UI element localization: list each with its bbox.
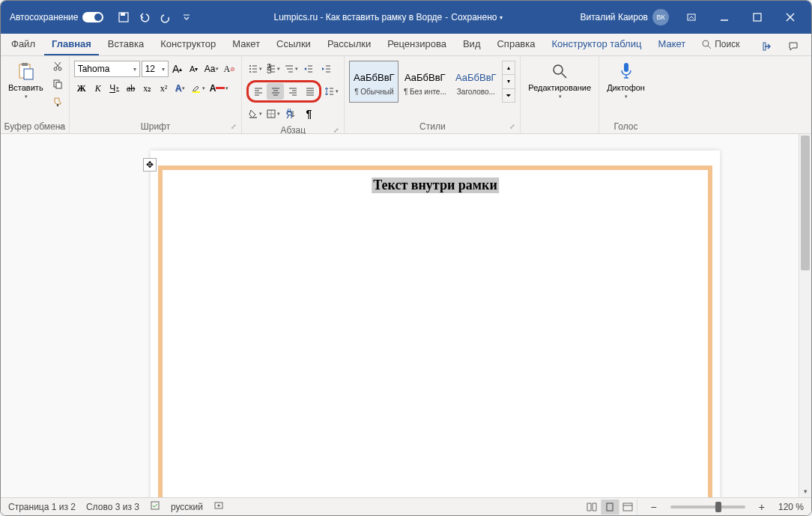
style-heading1[interactable]: АаБбВвГЗаголово... — [451, 61, 500, 103]
search-label: Поиск — [715, 39, 739, 49]
style-no-spacing[interactable]: АаБбВвГ¶ Без инте... — [400, 61, 449, 103]
undo-button[interactable] — [135, 7, 154, 27]
account-button[interactable]: Виталий Каиров ВК — [580, 9, 669, 25]
tab-file[interactable]: Файл — [4, 34, 43, 55]
print-layout-button[interactable] — [602, 500, 619, 515]
search-icon — [702, 40, 712, 49]
tab-design[interactable]: Конструктор — [153, 34, 223, 55]
font-size-combo[interactable]: 12▾ — [142, 61, 169, 77]
editing-button[interactable]: Редактирование ▾ — [524, 58, 596, 103]
scroll-down-icon[interactable]: ▾ — [503, 75, 515, 88]
bold-button[interactable]: Ж — [74, 80, 89, 97]
zoom-level[interactable]: 120 % — [778, 502, 804, 512]
strike-button[interactable]: ab — [124, 80, 139, 97]
align-left-button[interactable] — [249, 83, 267, 100]
tab-insert[interactable]: Вставка — [100, 34, 151, 55]
table-frame[interactable]: Текст внутри рамки — [158, 166, 712, 497]
font-color-button[interactable]: A▾ — [208, 80, 231, 97]
autosave-toggle[interactable]: Автосохранение — [5, 12, 108, 22]
dialog-launcher[interactable]: ⤢ — [231, 123, 237, 130]
zoom-slider[interactable] — [670, 506, 745, 509]
tab-references[interactable]: Ссылки — [269, 34, 318, 55]
share-button[interactable] — [757, 37, 778, 55]
dialog-launcher[interactable]: ⤢ — [509, 123, 515, 130]
maximize-button[interactable] — [741, 6, 774, 28]
scroll-down-icon[interactable]: ▾ — [799, 485, 811, 497]
svg-rect-67 — [215, 503, 222, 509]
highlight-button[interactable]: ▾ — [190, 80, 207, 97]
read-mode-button[interactable] — [584, 500, 602, 515]
line-spacing-button[interactable]: ▾ — [323, 83, 339, 100]
tab-home[interactable]: Главная — [44, 34, 99, 55]
sort-button[interactable]: AЯ — [282, 106, 299, 122]
zoom-out-button[interactable]: − — [648, 501, 660, 513]
dialog-launcher[interactable]: ⤢ — [58, 123, 64, 130]
slider-handle[interactable] — [715, 502, 721, 512]
borders-button[interactable]: ▾ — [264, 106, 281, 122]
document-text[interactable]: Текст внутри рамки — [372, 177, 499, 193]
svg-text:2: 2 — [267, 64, 272, 73]
tab-view[interactable]: Вид — [455, 34, 488, 55]
increase-font-button[interactable]: A▴ — [170, 61, 185, 77]
underline-button[interactable]: Ч▾ — [107, 80, 122, 97]
vertical-scrollbar[interactable]: ▴ ▾ — [799, 134, 811, 497]
tab-layout[interactable]: Макет — [225, 34, 267, 55]
style-normal[interactable]: АаБбВвГ¶ Обычный — [349, 61, 399, 103]
show-marks-button[interactable]: ¶ — [300, 106, 317, 122]
tab-mailings[interactable]: Рассылки — [320, 34, 378, 55]
paste-button[interactable]: Вставить ▾ — [4, 58, 48, 103]
tab-help[interactable]: Справка — [489, 34, 542, 55]
decrease-indent-button[interactable] — [300, 61, 317, 77]
comments-button[interactable] — [783, 37, 804, 55]
tab-table-layout[interactable]: Макет — [650, 34, 693, 55]
tab-table-design[interactable]: Конструктор таблиц — [544, 34, 649, 55]
web-layout-button[interactable] — [619, 500, 637, 515]
italic-button[interactable]: К — [91, 80, 106, 97]
format-painter-button[interactable] — [49, 94, 66, 110]
scrollbar-thumb[interactable] — [801, 136, 810, 270]
copy-button[interactable] — [49, 76, 66, 92]
subscript-button[interactable]: x₂ — [140, 80, 155, 97]
language-indicator[interactable]: русский — [171, 502, 203, 512]
clear-format-button[interactable]: A⊘ — [222, 61, 237, 77]
word-count[interactable]: Слово 3 из 3 — [86, 502, 139, 512]
macro-button[interactable] — [213, 500, 224, 513]
search-button[interactable]: Поиск — [694, 34, 747, 55]
decrease-font-button[interactable]: A▾ — [187, 61, 202, 77]
page-indicator[interactable]: Страница 1 из 2 — [8, 502, 76, 512]
tab-review[interactable]: Рецензирова — [380, 34, 454, 55]
dialog-launcher[interactable]: ⤢ — [333, 127, 339, 134]
table-move-handle[interactable]: ✥ — [143, 158, 157, 172]
numbering-button[interactable]: 123▾ — [264, 61, 281, 77]
styles-gallery-nav[interactable]: ▴ ▾ ⏷ — [502, 61, 515, 103]
close-button[interactable] — [774, 6, 807, 28]
zoom-in-button[interactable]: + — [756, 501, 768, 513]
saved-state[interactable]: Сохранено — [451, 12, 497, 22]
minimize-button[interactable] — [708, 6, 741, 28]
shading-button[interactable]: ▾ — [246, 106, 263, 122]
svg-rect-1 — [121, 13, 125, 16]
document-area[interactable]: Текст внутри рамки ✥ ▴ ▾ — [1, 134, 811, 497]
text-effects-button[interactable]: A▾ — [173, 80, 188, 97]
align-justify-button[interactable] — [301, 83, 318, 100]
macro-icon — [213, 500, 224, 511]
align-center-button[interactable] — [267, 83, 284, 100]
dictate-button[interactable]: Диктофон ▾ — [602, 58, 649, 103]
font-name-combo[interactable]: Tahoma▾ — [74, 61, 140, 77]
expand-gallery-icon[interactable]: ⏷ — [503, 89, 515, 102]
ribbon-display-button[interactable] — [675, 6, 708, 28]
qat-customize-button[interactable] — [177, 7, 196, 27]
change-case-button[interactable]: Aa▾ — [203, 61, 221, 77]
spellcheck-button[interactable] — [150, 500, 160, 513]
increase-indent-button[interactable] — [318, 61, 335, 77]
save-button[interactable] — [114, 7, 133, 27]
scroll-up-icon[interactable]: ▴ — [503, 61, 515, 75]
multilevel-button[interactable]: ▾ — [282, 61, 299, 77]
bullets-button[interactable]: ▾ — [246, 61, 263, 77]
cut-button[interactable] — [49, 58, 66, 74]
redo-button[interactable] — [156, 7, 175, 27]
page[interactable]: Текст внутри рамки — [151, 151, 720, 497]
align-right-button[interactable] — [284, 83, 301, 100]
align-center-icon — [270, 86, 281, 97]
superscript-button[interactable]: x² — [157, 80, 172, 97]
